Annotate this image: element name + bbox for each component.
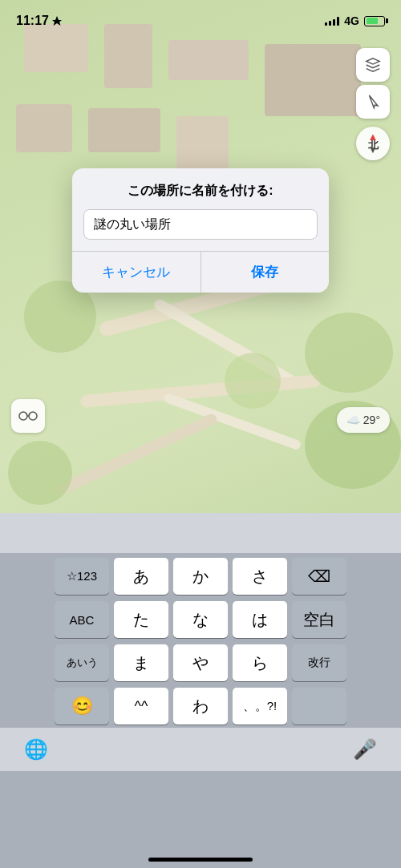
bottom-bar: 🌐 🎤 xyxy=(0,728,401,771)
status-time: 11:17 xyxy=(16,14,62,28)
key-delete[interactable]: ⌫ xyxy=(292,558,346,595)
dialog-title: この場所に名前を付ける: xyxy=(72,168,329,209)
weather-button[interactable]: ☁️ 29° xyxy=(337,407,390,433)
key-abc[interactable]: ABC xyxy=(55,601,109,638)
status-bar: 11:17 4G xyxy=(0,0,401,35)
map-layers-icon xyxy=(364,56,382,74)
key-na[interactable]: な xyxy=(173,601,228,638)
key-wa[interactable]: わ xyxy=(173,688,228,725)
dialog-input-wrapper xyxy=(72,209,329,251)
key-space[interactable]: 空白 xyxy=(292,601,346,638)
mic-button[interactable]: 🎤 xyxy=(353,738,377,761)
cancel-button[interactable]: キャンセル xyxy=(72,252,200,293)
keyboard-row-1: ☆123 あ か さ ⌫ xyxy=(3,558,398,595)
signal-bar-3 xyxy=(333,19,335,26)
key-ma[interactable]: ま xyxy=(114,644,168,681)
keyboard-row-2: ABC た な は 空白 xyxy=(3,601,398,638)
keyboard: ☆123 あ か さ ⌫ ABC た な は 空白 あいう ま や ら 改行 😊… xyxy=(0,553,401,728)
battery-fill xyxy=(367,18,379,24)
map-view[interactable]: 11:17 4G xyxy=(0,0,401,513)
keyboard-row-3: あいう ま や ら 改行 xyxy=(3,644,398,681)
location-button[interactable] xyxy=(356,85,390,119)
key-ka[interactable]: か xyxy=(173,558,228,595)
signal-bars xyxy=(325,16,339,26)
home-indicator xyxy=(148,858,253,862)
key-ta[interactable]: た xyxy=(114,601,168,638)
location-icon xyxy=(52,16,62,26)
signal-bar-2 xyxy=(329,21,331,26)
battery-icon xyxy=(364,16,385,26)
key-emoji[interactable]: 😊 xyxy=(55,688,109,725)
dialog-buttons: キャンセル 保存 xyxy=(72,252,329,293)
binoculars-icon xyxy=(18,410,38,422)
key-caret[interactable]: ^^ xyxy=(114,688,168,725)
place-name-input[interactable] xyxy=(83,209,318,240)
keyboard-separator xyxy=(0,513,401,553)
key-kana[interactable]: あいう xyxy=(55,644,109,681)
key-empty xyxy=(292,688,346,725)
compass[interactable]: ▲ ▼ 北 xyxy=(356,127,390,160)
binoculars-button[interactable] xyxy=(11,399,45,433)
key-numeric[interactable]: ☆123 xyxy=(55,558,109,595)
globe-button[interactable]: 🌐 xyxy=(24,738,48,761)
status-right: 4G xyxy=(325,14,385,27)
map-type-button[interactable] xyxy=(356,48,390,82)
save-button[interactable]: 保存 xyxy=(201,252,330,293)
keyboard-area: ☆123 あ か さ ⌫ ABC た な は 空白 あいう ま や ら 改行 😊… xyxy=(0,513,401,868)
name-place-dialog: この場所に名前を付ける: キャンセル 保存 xyxy=(72,168,329,293)
key-punctuation[interactable]: 、。?! xyxy=(233,688,287,725)
key-sa[interactable]: さ xyxy=(233,558,287,595)
temperature-label: 29° xyxy=(363,414,380,426)
location-arrow-icon xyxy=(364,93,382,111)
time-label: 11:17 xyxy=(16,14,49,28)
signal-bar-4 xyxy=(337,17,339,26)
key-return[interactable]: 改行 xyxy=(292,644,346,681)
key-ha[interactable]: は xyxy=(233,601,287,638)
key-a[interactable]: あ xyxy=(114,558,168,595)
map-controls xyxy=(356,48,390,119)
key-ya[interactable]: や xyxy=(173,644,228,681)
signal-bar-1 xyxy=(325,22,327,26)
keyboard-row-4: 😊 ^^ わ 、。?! xyxy=(3,688,398,725)
network-label: 4G xyxy=(344,14,359,27)
key-ra[interactable]: ら xyxy=(233,644,287,681)
